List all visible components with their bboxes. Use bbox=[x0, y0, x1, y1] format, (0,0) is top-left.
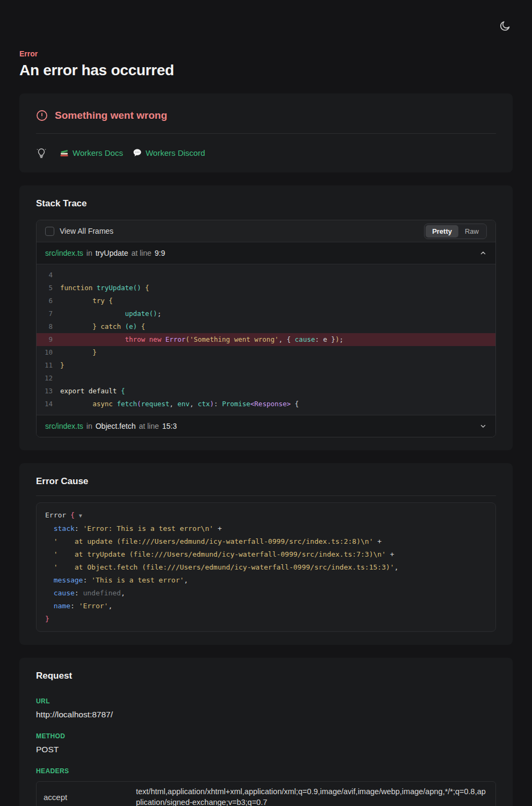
code-line: 8 } catch (e) { bbox=[37, 320, 495, 333]
frame-file: src/index.ts bbox=[45, 249, 83, 257]
books-icon bbox=[60, 148, 69, 157]
code-line: 6 try { bbox=[37, 294, 495, 307]
code-line: 7 update(); bbox=[37, 307, 495, 320]
method-label: METHOD bbox=[36, 732, 496, 740]
code-line: stack: 'Error: This is a test error\n' + bbox=[45, 522, 487, 535]
view-all-frames-control[interactable]: View All Frames bbox=[45, 227, 113, 236]
url-value: http://localhost:8787/ bbox=[36, 710, 496, 719]
frame-at-label: at line bbox=[131, 249, 151, 257]
request-title: Request bbox=[36, 671, 496, 681]
stack-trace-card: Stack Trace View All Frames Pretty Raw s… bbox=[19, 185, 513, 450]
line-number: 6 bbox=[37, 294, 53, 307]
error-cause-code-block: Error { ▼ stack: 'Error: This is a test … bbox=[36, 502, 496, 632]
code-line: ' at Object.fetch (file:///Users/edmund/… bbox=[45, 561, 487, 574]
code-line: 4 bbox=[37, 269, 495, 282]
frame-file: src/index.ts bbox=[45, 422, 83, 430]
page-body: Error An error has occurred Something we… bbox=[0, 0, 532, 806]
code-line: 14 async fetch(request, env, ctx): Promi… bbox=[37, 398, 495, 411]
code-line: Error { ▼ bbox=[45, 509, 487, 522]
stack-frame-header-2[interactable]: src/index.ts in Object.fetch at line 15:… bbox=[37, 415, 495, 437]
frame-line-number: 15:3 bbox=[162, 422, 177, 430]
line-number: 14 bbox=[37, 398, 53, 411]
lightbulb-icon bbox=[36, 147, 47, 159]
code-line: cause: undefined, bbox=[45, 587, 487, 600]
line-number: 4 bbox=[37, 269, 53, 282]
frame-at-label: at line bbox=[139, 422, 159, 430]
line-number: 9 bbox=[37, 333, 53, 346]
code-line: name: 'Error', bbox=[45, 600, 487, 613]
line-number: 10 bbox=[37, 346, 53, 359]
view-all-frames-checkbox[interactable] bbox=[45, 227, 54, 236]
raw-toggle-option[interactable]: Raw bbox=[458, 225, 485, 238]
error-message: Something went wrong bbox=[55, 110, 167, 121]
code-line: 10 } bbox=[37, 346, 495, 359]
header-row: accepttext/html,application/xhtml+xml,ap… bbox=[37, 782, 495, 806]
pretty-toggle-option[interactable]: Pretty bbox=[426, 225, 458, 238]
frame-function: tryUpdate bbox=[96, 249, 128, 257]
headers-label: HEADERS bbox=[36, 767, 496, 775]
frame-function: Object.fetch bbox=[96, 422, 136, 430]
code-line: ' at tryUpdate (file:///Users/edmund/icy… bbox=[45, 548, 487, 561]
pretty-raw-toggle: Pretty Raw bbox=[424, 224, 487, 239]
alert-circle-icon bbox=[36, 110, 48, 121]
line-number: 12 bbox=[37, 372, 53, 385]
speech-balloon-icon bbox=[133, 148, 142, 157]
headers-table: accepttext/html,application/xhtml+xml,ap… bbox=[36, 781, 496, 806]
frame-in-label: in bbox=[87, 249, 92, 257]
highlighted-code-line: 9 throw new Error('Something went wrong'… bbox=[37, 333, 495, 346]
line-number: 5 bbox=[37, 282, 53, 294]
line-number: 13 bbox=[37, 385, 53, 398]
header-value: text/html,application/xhtml+xml,applicat… bbox=[136, 782, 495, 806]
error-cause-card: Error Cause Error { ▼ stack: 'Error: Thi… bbox=[19, 463, 513, 645]
view-all-frames-label: View All Frames bbox=[60, 227, 113, 235]
frames-panel: View All Frames Pretty Raw src/index.ts … bbox=[36, 220, 496, 437]
line-number: 7 bbox=[37, 307, 53, 320]
error-summary-card: Something went wrong bbox=[19, 93, 513, 172]
frame-line-number: 9:9 bbox=[155, 249, 165, 257]
request-card: Request URL http://localhost:8787/ METHO… bbox=[19, 658, 513, 806]
line-number: 11 bbox=[37, 359, 53, 372]
code-line: } bbox=[45, 613, 487, 625]
method-value: POST bbox=[36, 745, 496, 754]
code-line: ' at update (file:///Users/edmund/icy-wa… bbox=[45, 535, 487, 548]
moon-icon bbox=[499, 19, 512, 32]
workers-discord-link[interactable]: Workers Discord bbox=[133, 148, 205, 157]
theme-toggle-button[interactable] bbox=[498, 18, 513, 33]
code-line: 5function tryUpdate() { bbox=[37, 282, 495, 294]
stack-trace-title: Stack Trace bbox=[36, 198, 496, 209]
code-line: 12 bbox=[37, 372, 495, 385]
divider bbox=[36, 495, 496, 496]
page-title: An error has occurred bbox=[19, 62, 513, 79]
url-label: URL bbox=[36, 697, 496, 705]
error-eyebrow: Error bbox=[19, 49, 513, 58]
line-number: 8 bbox=[37, 320, 53, 333]
frame-in-label: in bbox=[87, 422, 92, 430]
chevron-down-icon bbox=[479, 422, 487, 430]
stack-frame-header-1[interactable]: src/index.ts in tryUpdate at line 9:9 bbox=[37, 242, 495, 264]
workers-docs-label: Workers Docs bbox=[73, 148, 123, 157]
header-name: accept bbox=[37, 787, 136, 806]
source-code-block: 4 5function tryUpdate() {6 try {7 update… bbox=[37, 264, 495, 415]
error-cause-title: Error Cause bbox=[36, 476, 496, 487]
code-line: 11} bbox=[37, 359, 495, 372]
frames-toolbar: View All Frames Pretty Raw bbox=[37, 220, 495, 242]
code-line: message: 'This is a test error', bbox=[45, 574, 487, 587]
workers-docs-link[interactable]: Workers Docs bbox=[60, 148, 123, 157]
code-line: 13export default { bbox=[37, 385, 495, 398]
workers-discord-label: Workers Discord bbox=[146, 148, 205, 157]
chevron-up-icon bbox=[479, 249, 487, 257]
